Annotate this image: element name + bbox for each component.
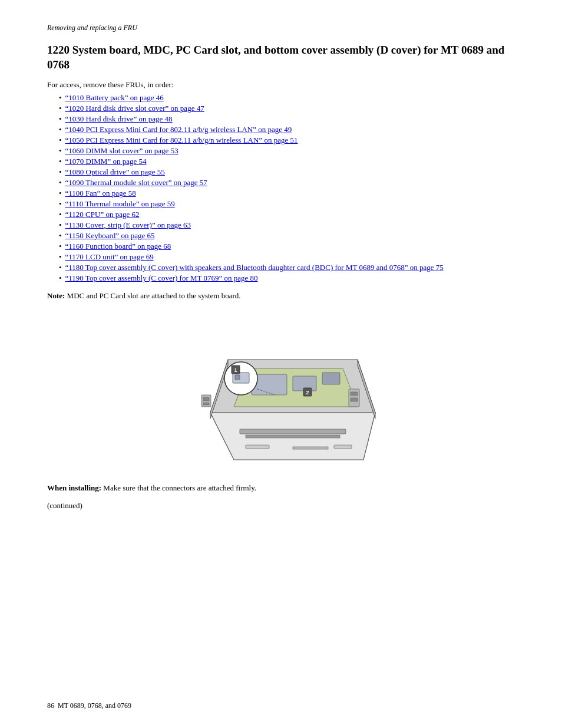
fru-link-10[interactable]: “1110 Thermal module” on page 59: [65, 199, 175, 209]
list-item: “1010 Battery pack” on page 46: [59, 93, 515, 103]
svg-rect-7: [322, 373, 340, 384]
note-label: Note:: [47, 291, 65, 300]
svg-rect-12: [235, 375, 240, 380]
list-item: “1040 PCI Express Mini Card for 802.11 a…: [59, 125, 515, 134]
fru-link-16[interactable]: “1180 Top cover assembly (C cover) with …: [65, 263, 444, 272]
list-item: “1070 DIMM” on page 54: [59, 157, 515, 166]
page-footer: 86 MT 0689, 0768, and 0769: [47, 701, 131, 710]
continued-text: (continued): [47, 501, 515, 510]
fru-link-14[interactable]: “1160 Function board” on page 68: [65, 242, 171, 251]
footer-text: MT 0689, 0768, and 0769: [58, 701, 131, 710]
fru-link-4[interactable]: “1050 PCI Express Mini Card for 802.11 a…: [65, 136, 298, 145]
svg-text:2: 2: [306, 390, 309, 396]
note-body: MDC and PC Card slot are attached to the…: [65, 291, 240, 300]
list-item: “1050 PCI Express Mini Card for 802.11 a…: [59, 136, 515, 145]
fru-link-13[interactable]: “1150 Keyboard” on page 65: [65, 231, 155, 241]
list-item: “1120 CPU” on page 62: [59, 210, 515, 219]
svg-rect-21: [246, 445, 269, 449]
fru-link-5[interactable]: “1060 DIMM slot cover” on page 53: [65, 146, 178, 156]
intro-text: For access, remove these FRUs, in order:: [47, 80, 515, 90]
fru-link-6[interactable]: “1070 DIMM” on page 54: [65, 157, 147, 166]
list-item: “1130 Cover, strip (E cover)” on page 63: [59, 220, 515, 230]
svg-rect-23: [334, 445, 352, 449]
svg-rect-25: [203, 397, 209, 401]
fru-link-9[interactable]: “1100 Fan” on page 58: [65, 189, 136, 198]
fru-link-17[interactable]: “1190 Top cover assembly (C cover) for M…: [65, 274, 258, 283]
laptop-diagram: 1 2: [181, 307, 381, 472]
page: Removing and replacing a FRU 1220 System…: [0, 0, 562, 728]
svg-rect-19: [351, 392, 358, 396]
list-item: “1080 Optical drive” on page 55: [59, 167, 515, 177]
fru-link-12[interactable]: “1130 Cover, strip (E cover)” on page 63: [65, 220, 191, 230]
section-title: 1220 System board, MDC, PC Card slot, an…: [47, 43, 515, 72]
when-installing-paragraph: When installing: Make sure that the conn…: [47, 483, 515, 493]
page-header: Removing and replacing a FRU: [47, 24, 515, 32]
list-item: “1100 Fan” on page 58: [59, 189, 515, 198]
svg-rect-22: [293, 447, 328, 449]
list-item: “1110 Thermal module” on page 59: [59, 199, 515, 209]
list-item: “1090 Thermal module slot cover” on page…: [59, 178, 515, 187]
svg-rect-20: [351, 398, 358, 401]
page-number: 86: [47, 701, 54, 710]
fru-link-3[interactable]: “1040 PCI Express Mini Card for 802.11 a…: [65, 125, 292, 134]
list-item: “1060 DIMM slot cover” on page 53: [59, 146, 515, 156]
when-installing-label: When installing:: [47, 483, 101, 492]
list-item: “1180 Top cover assembly (C cover) with …: [59, 263, 515, 272]
list-item: “1160 Function board” on page 68: [59, 242, 515, 251]
when-installing-body: Make sure that the connectors are attach…: [101, 483, 256, 492]
svg-text:1: 1: [234, 367, 237, 373]
fru-link-2[interactable]: “1030 Hard disk drive” on page 48: [65, 114, 173, 124]
fru-link-11[interactable]: “1120 CPU” on page 62: [65, 210, 140, 219]
list-item: “1020 Hard disk drive slot cover” on pag…: [59, 104, 515, 113]
fru-link-8[interactable]: “1090 Thermal module slot cover” on page…: [65, 178, 207, 187]
list-item: “1170 LCD unit” on page 69: [59, 252, 515, 262]
fru-link-15[interactable]: “1170 LCD unit” on page 69: [65, 252, 154, 262]
fru-link-1[interactable]: “1020 Hard disk drive slot cover” on pag…: [65, 104, 204, 113]
fru-link-list: “1010 Battery pack” on page 46 “1020 Har…: [59, 93, 515, 283]
list-item: “1150 Keyboard” on page 65: [59, 231, 515, 241]
svg-rect-9: [246, 435, 340, 438]
fru-link-7[interactable]: “1080 Optical drive” on page 55: [65, 167, 165, 177]
fru-link-0[interactable]: “1010 Battery pack” on page 46: [65, 93, 164, 103]
list-item: “1030 Hard disk drive” on page 48: [59, 114, 515, 124]
svg-rect-26: [203, 403, 209, 405]
svg-rect-8: [240, 429, 346, 434]
list-item: “1190 Top cover assembly (C cover) for M…: [59, 274, 515, 283]
diagram-container: 1 2: [47, 307, 515, 472]
note-paragraph: Note: MDC and PC Card slot are attached …: [47, 291, 515, 301]
